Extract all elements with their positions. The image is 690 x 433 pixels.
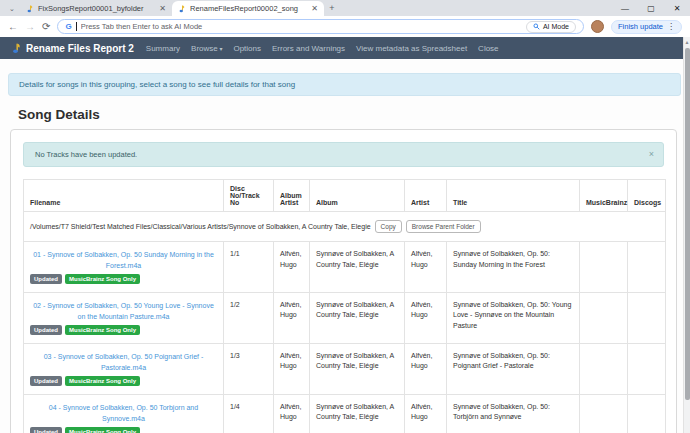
discogs-cell xyxy=(628,292,666,343)
song-details-table: FilenameDisc No/Track NoAlbum ArtistAlbu… xyxy=(23,179,666,433)
column-header: Disc No/Track No xyxy=(224,180,274,212)
filename-link[interactable]: 01 - Synnove of Solbakken, Op. 50 Sunday… xyxy=(30,249,217,271)
page-title: Song Details xyxy=(18,107,690,122)
scrollbar-thumb[interactable] xyxy=(685,48,690,400)
badge-group: UpdatedMusicBrainz Song Only xyxy=(30,274,217,285)
filename-link[interactable]: 03 - Synnove of Solbakken, Op. 50 Poigna… xyxy=(30,351,217,373)
tab-close-icon[interactable]: ✕ xyxy=(159,5,166,13)
nav-item-browse[interactable]: Browse ▾ xyxy=(191,44,222,53)
album-artist-cell: Alfvén, Hugo xyxy=(274,394,310,433)
filename-cell: 01 - Synnove of Solbakken, Op. 50 Sunday… xyxy=(24,242,224,293)
ai-mode-button[interactable]: AI Mode xyxy=(526,21,576,33)
musicbrainz-cell xyxy=(580,343,628,394)
minimize-button[interactable]: — xyxy=(612,0,638,16)
browser-menu-icon[interactable]: ⋮ xyxy=(667,22,675,31)
path-row: /Volumes/T7 Shield/Test Matched Files/Cl… xyxy=(24,212,666,242)
back-icon[interactable]: ← xyxy=(8,22,18,32)
album-artist-cell: Alfvén, Hugo xyxy=(274,343,310,394)
text-cursor xyxy=(76,22,77,31)
title-cell: Synnøve of Solbakken, Op. 50: Sunday Mor… xyxy=(447,242,580,293)
nav-item-close[interactable]: Close xyxy=(478,44,498,53)
window-controls: — ▢ ✕ xyxy=(612,0,690,16)
title-cell: Synnøve of Solbakken, Op. 50: Torbjörn a… xyxy=(447,394,580,433)
table-row: 04 - Synnove of Solbakken, Op. 50 Torbjo… xyxy=(24,394,666,433)
omnibox[interactable]: G Press Tab then Enter to ask AI Mode AI… xyxy=(57,19,584,34)
music-note-favicon xyxy=(26,5,34,13)
folder-path: /Volumes/T7 Shield/Test Matched Files/Cl… xyxy=(30,223,371,230)
browser-tab-strip: ⌄ FixSongsReport00001_byfolder ✕ RenameF… xyxy=(0,0,690,16)
app-brand[interactable]: Rename Files Report 2 xyxy=(11,43,134,54)
discogs-cell xyxy=(628,394,666,433)
nav-item-options[interactable]: Options xyxy=(233,44,261,53)
tab-close-icon[interactable]: ✕ xyxy=(311,5,318,13)
album-cell: Synnøve of Solbakken, A Country Tale, El… xyxy=(310,394,405,433)
column-header: Filename xyxy=(24,180,224,212)
artist-cell: Alfvén, Hugo xyxy=(405,343,447,394)
discogs-cell xyxy=(628,343,666,394)
musicbrainz-cell xyxy=(580,242,628,293)
status-badge: Updated xyxy=(30,325,62,335)
tab-title: FixSongsReport00001_byfolder xyxy=(38,4,155,13)
status-badge: MusicBrainz Song Only xyxy=(65,427,140,433)
maximize-button[interactable]: ▢ xyxy=(638,0,664,16)
browse-parent-folder-button[interactable]: Browse Parent Folder xyxy=(406,220,481,233)
browser-tab-active[interactable]: RenameFilesReport00002_song ✕ xyxy=(172,1,324,16)
column-header: MusicBrainz xyxy=(580,180,628,212)
close-window-button[interactable]: ✕ xyxy=(664,0,690,16)
google-logo-icon: G xyxy=(65,22,71,31)
nav-item-summary[interactable]: Summary xyxy=(146,44,180,53)
artist-cell: Alfvén, Hugo xyxy=(405,292,447,343)
status-badge: Updated xyxy=(30,274,62,284)
no-tracks-alert: No Tracks have been updated. × xyxy=(23,142,664,167)
profile-avatar[interactable] xyxy=(591,20,604,33)
filename-link[interactable]: 04 - Synnove of Solbakken, Op. 50 Torbjo… xyxy=(30,402,217,424)
chevron-down-icon: ▾ xyxy=(218,46,223,52)
badge-group: UpdatedMusicBrainz Song Only xyxy=(30,376,217,387)
vertical-scrollbar[interactable]: ▲ xyxy=(683,37,690,433)
tab-title: RenameFilesReport00002_song xyxy=(190,4,307,13)
alert-close-icon[interactable]: × xyxy=(649,149,654,159)
copy-button[interactable]: Copy xyxy=(375,220,402,233)
music-note-icon xyxy=(11,43,22,54)
column-header: Discogs xyxy=(628,180,666,212)
ai-mode-icon xyxy=(533,23,540,30)
status-badge: Updated xyxy=(30,376,62,386)
omnibox-hint: Press Tab then Enter to ask AI Mode xyxy=(81,22,522,31)
scroll-up-icon[interactable]: ▲ xyxy=(684,37,690,47)
browser-tab-inactive[interactable]: FixSongsReport00001_byfolder ✕ xyxy=(20,1,172,16)
album-cell: Synnøve of Solbakken, A Country Tale, El… xyxy=(310,242,405,293)
artist-cell: Alfvén, Hugo xyxy=(405,394,447,433)
forward-icon[interactable]: → xyxy=(25,22,35,32)
nav-item-view-metadata-as-spreadsheet[interactable]: View metadata as Spreadsheet xyxy=(356,44,467,53)
browser-address-bar: ← → ⟳ G Press Tab then Enter to ask AI M… xyxy=(0,16,690,37)
status-badge: Updated xyxy=(30,427,62,433)
title-cell: Synnøve of Solbakken, Op. 50: Young Love… xyxy=(447,292,580,343)
album-cell: Synnøve of Solbakken, A Country Tale, El… xyxy=(310,292,405,343)
table-row: 03 - Synnove of Solbakken, Op. 50 Poigna… xyxy=(24,343,666,394)
musicbrainz-cell xyxy=(580,292,628,343)
filename-cell: 03 - Synnove of Solbakken, Op. 50 Poigna… xyxy=(24,343,224,394)
album-cell: Synnøve of Solbakken, A Country Tale, El… xyxy=(310,343,405,394)
tab-search-icon[interactable]: ⌄ xyxy=(4,2,20,16)
nav-items: SummaryBrowse ▾OptionsErrors and Warning… xyxy=(146,44,510,53)
new-tab-button[interactable]: + xyxy=(324,1,340,16)
status-badge: MusicBrainz Song Only xyxy=(65,274,140,284)
column-header: Title xyxy=(447,180,580,212)
filename-cell: 02 - Synnove of Solbakken, Op. 50 Young … xyxy=(24,292,224,343)
album-artist-cell: Alfvén, Hugo xyxy=(274,242,310,293)
nav-item-errors-and-warnings[interactable]: Errors and Warnings xyxy=(272,44,345,53)
artist-cell: Alfvén, Hugo xyxy=(405,242,447,293)
filename-link[interactable]: 02 - Synnove of Solbakken, Op. 50 Young … xyxy=(30,300,217,322)
column-header: Album Artist xyxy=(274,180,310,212)
disc-track-cell: 1/1 xyxy=(224,242,274,293)
badge-group: UpdatedMusicBrainz Song Only xyxy=(30,325,217,336)
table-row: 02 - Synnove of Solbakken, Op. 50 Young … xyxy=(24,292,666,343)
finish-update-button[interactable]: Finish update ⋮ xyxy=(611,20,682,34)
table-header-row: FilenameDisc No/Track NoAlbum ArtistAlbu… xyxy=(24,180,666,212)
music-note-favicon xyxy=(178,5,186,13)
disc-track-cell: 1/3 xyxy=(224,343,274,394)
discogs-cell xyxy=(628,242,666,293)
reload-icon[interactable]: ⟳ xyxy=(42,22,50,32)
song-details-card: No Tracks have been updated. × FilenameD… xyxy=(10,129,677,433)
column-header: Artist xyxy=(405,180,447,212)
